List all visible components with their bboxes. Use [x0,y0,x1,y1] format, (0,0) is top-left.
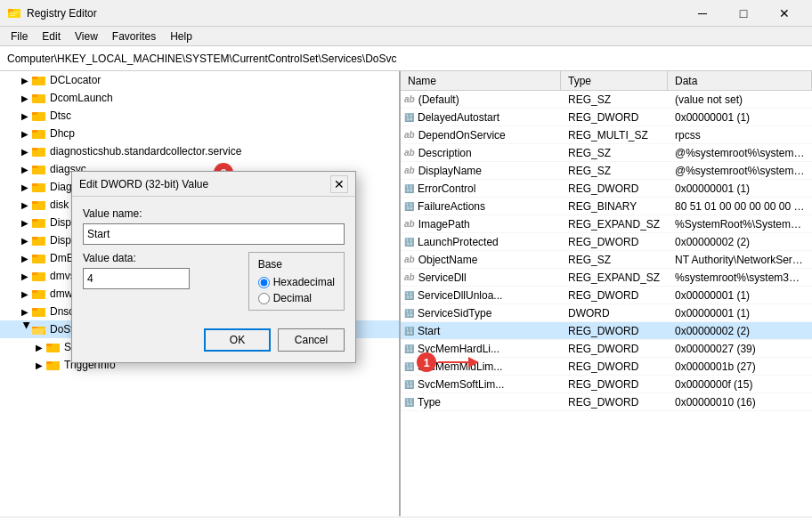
maximize-button[interactable]: □ [723,0,764,27]
base-group: Base Hexadecimal Decimal [248,252,345,311]
app-icon [7,6,21,20]
dialog-data-row: Value data: Base Hexadecimal Decimal [83,252,345,311]
window-title: Registry Editor [27,7,97,20]
close-button[interactable]: ✕ [764,0,805,27]
hexadecimal-option[interactable]: Hexadecimal [258,276,335,288]
menu-bar: File Edit View Favorites Help [0,27,812,46]
cancel-button[interactable]: Cancel [278,328,345,352]
decimal-option[interactable]: Decimal [258,292,335,304]
address-path: Computer\HKEY_LOCAL_MACHINE\SYSTEM\Curre… [7,53,396,65]
value-name-input[interactable] [83,223,345,245]
svg-rect-2 [10,12,19,12]
value-data-label: Value data: [83,252,231,264]
base-label: Base [258,258,335,271]
dialog-body: Value name: Value data: Base Hexadecimal… [72,197,355,325]
decimal-label: Decimal [273,292,312,304]
menu-help[interactable]: Help [163,28,199,45]
svg-rect-4 [10,15,15,16]
hexadecimal-radio[interactable] [258,277,270,288]
ok-button[interactable]: OK [204,328,271,352]
window-controls: ─ □ ✕ [682,0,805,27]
svg-rect-3 [10,13,17,14]
decimal-radio[interactable] [258,293,270,304]
dialog-close-button[interactable]: ✕ [330,175,348,193]
address-bar: Computer\HKEY_LOCAL_MACHINE\SYSTEM\Curre… [0,46,812,71]
hexadecimal-label: Hexadecimal [273,276,335,288]
dialog-title-bar: Edit DWORD (32-bit) Value ✕ [72,172,355,197]
dialog-overlay: Edit DWORD (32-bit) Value ✕ Value name: … [0,73,812,518]
menu-file[interactable]: File [4,28,35,45]
menu-view[interactable]: View [68,28,105,45]
minimize-button[interactable]: ─ [682,0,723,27]
dialog-buttons: OK Cancel [72,325,355,362]
dialog-title: Edit DWORD (32-bit) Value [79,178,208,190]
title-bar: Registry Editor ─ □ ✕ [0,0,812,27]
value-data-input[interactable] [83,268,190,289]
menu-favorites[interactable]: Favorites [105,28,163,45]
edit-dword-dialog: Edit DWORD (32-bit) Value ✕ Value name: … [71,171,356,363]
value-name-label: Value name: [83,207,345,220]
menu-edit[interactable]: Edit [35,28,68,45]
value-data-section: Value data: [83,252,231,311]
